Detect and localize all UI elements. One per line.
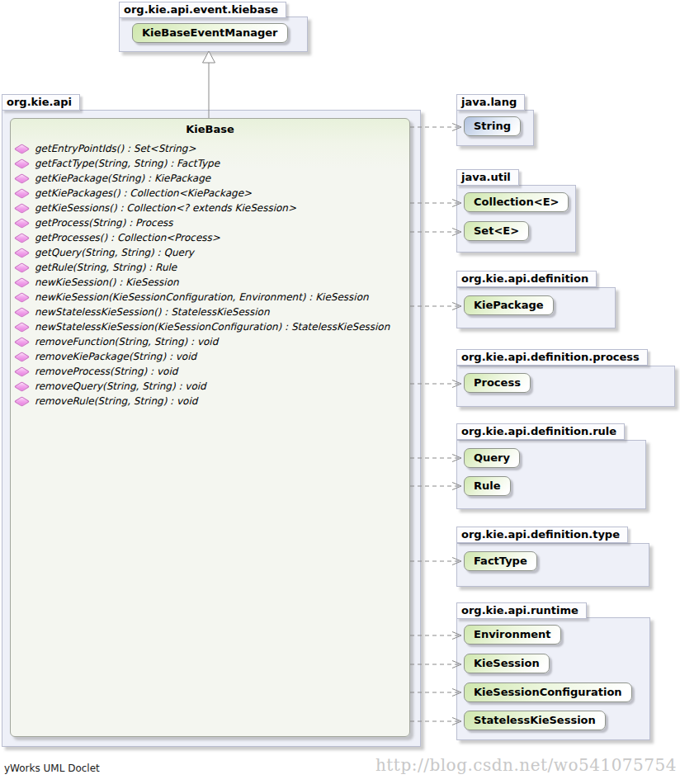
- package-java-lang: java.lang String: [456, 94, 534, 149]
- method-row[interactable]: getFactType(String, String) : FactType: [11, 156, 409, 171]
- method-signature: newStatelessKieSession() : StatelessKieS…: [35, 306, 270, 318]
- method-icon: [14, 218, 30, 228]
- method-icon: [14, 203, 30, 213]
- class-button-facttype[interactable]: FactType: [464, 551, 537, 571]
- method-list: getEntryPointIds() : Set<String> getFact…: [11, 141, 409, 409]
- class-button-set[interactable]: Set<E>: [464, 221, 529, 241]
- package-tab[interactable]: org.kie.api.definition.type: [456, 527, 628, 543]
- package-org-kie-api-definition: org.kie.api.definition KiePackage: [456, 271, 616, 328]
- method-icon: [14, 248, 30, 257]
- method-signature: newStatelessKieSession(KieSessionConfigu…: [35, 321, 390, 333]
- method-row[interactable]: removeQuery(String, String) : void: [11, 379, 409, 394]
- method-row[interactable]: removeFunction(String, String) : void: [11, 334, 409, 349]
- method-signature: getEntryPointIds() : Set<String>: [35, 143, 196, 154]
- package-tab[interactable]: org.kie.api: [2, 94, 80, 111]
- method-signature: getKieSessions() : Collection<? extends …: [35, 202, 296, 214]
- package-org-kie-api-definition-type: org.kie.api.definition.type FactType: [456, 527, 649, 588]
- package-tab[interactable]: org.kie.api.definition: [456, 271, 597, 287]
- method-row[interactable]: getKiePackages() : Collection<KiePackage…: [11, 186, 409, 201]
- package-org-kie-api-definition-rule: org.kie.api.definition.rule Query Rule: [456, 423, 646, 509]
- class-title: KieBase: [11, 119, 409, 135]
- method-signature: newKieSession(KieSessionConfiguration, E…: [35, 291, 369, 303]
- method-signature: removeFunction(String, String) : void: [35, 336, 218, 347]
- method-signature: getKiePackages() : Collection<KiePackage…: [35, 187, 252, 199]
- method-icon: [14, 366, 30, 376]
- method-signature: getProcess(String) : Process: [35, 217, 173, 229]
- class-button-kiebaseeventmanager[interactable]: KieBaseEventManager: [132, 23, 288, 43]
- method-row[interactable]: getProcesses() : Collection<Process>: [11, 230, 409, 245]
- method-row[interactable]: getProcess(String) : Process: [11, 215, 409, 230]
- class-button-kiesession[interactable]: KieSession: [464, 654, 550, 673]
- method-icon: [14, 352, 30, 361]
- method-row[interactable]: getQuery(String, String) : Query: [11, 245, 409, 260]
- package-tab[interactable]: java.lang: [456, 94, 525, 111]
- method-icon: [14, 262, 30, 272]
- method-icon: [14, 337, 30, 347]
- method-row[interactable]: newStatelessKieSession() : StatelessKieS…: [11, 305, 409, 319]
- method-row[interactable]: newKieSession(KieSessionConfiguration, E…: [11, 290, 409, 305]
- method-icon: [14, 158, 30, 168]
- watermark-url: http://blog.csdn.net/wo541075754: [375, 755, 677, 775]
- method-icon: [14, 322, 30, 332]
- method-row[interactable]: newStatelessKieSession(KieSessionConfigu…: [11, 319, 409, 334]
- method-icon: [14, 188, 30, 198]
- method-signature: removeQuery(String, String) : void: [35, 380, 206, 392]
- package-org-kie-api-event-kiebase: org.kie.api.event.kiebase KieBaseEventMa…: [119, 2, 308, 56]
- method-row[interactable]: removeProcess(String) : void: [11, 364, 409, 379]
- class-button-rule[interactable]: Rule: [464, 476, 511, 496]
- method-icon: [14, 277, 30, 287]
- method-icon: [14, 233, 30, 243]
- class-button-string[interactable]: String: [464, 116, 521, 136]
- class-button-query[interactable]: Query: [464, 448, 520, 468]
- method-icon: [14, 381, 30, 391]
- method-icon: [14, 292, 30, 302]
- package-tab[interactable]: java.util: [456, 169, 519, 186]
- package-org-kie-api-runtime: org.kie.api.runtime Environment KieSessi…: [456, 602, 650, 743]
- method-signature: getProcesses() : Collection<Process>: [35, 232, 220, 243]
- package-java-util: java.util Collection<E> Set<E>: [456, 169, 576, 252]
- method-row[interactable]: getKiePackage(String) : KiePackage: [11, 171, 409, 186]
- method-signature: getKiePackage(String) : KiePackage: [35, 172, 210, 184]
- class-button-statelesskiesession[interactable]: StatelessKieSession: [464, 711, 606, 730]
- package-org-kie-api: org.kie.api KieBase getEntryPointIds() :…: [2, 94, 421, 746]
- class-button-environment[interactable]: Environment: [464, 625, 561, 645]
- method-icon: [14, 396, 30, 406]
- class-button-kiesessionconfiguration[interactable]: KieSessionConfiguration: [464, 682, 632, 702]
- package-org-kie-api-definition-process: org.kie.api.definition.process Process: [456, 349, 675, 407]
- package-tab[interactable]: org.kie.api.runtime: [456, 602, 587, 619]
- generator-label: yWorks UML Doclet: [4, 763, 100, 774]
- class-button-collection[interactable]: Collection<E>: [464, 192, 569, 212]
- method-signature: removeRule(String, String) : void: [35, 395, 197, 407]
- method-row[interactable]: getRule(String, String) : Rule: [11, 260, 409, 275]
- method-signature: getRule(String, String) : Rule: [35, 262, 177, 273]
- method-signature: removeProcess(String) : void: [35, 366, 177, 377]
- method-row[interactable]: removeKiePackage(String) : void: [11, 349, 409, 364]
- method-row[interactable]: newKieSession() : KieSession: [11, 275, 409, 290]
- method-signature: removeKiePackage(String) : void: [35, 351, 196, 362]
- method-icon: [14, 173, 30, 183]
- package-tab[interactable]: org.kie.api.definition.rule: [456, 423, 625, 440]
- package-tab[interactable]: org.kie.api.event.kiebase: [119, 2, 286, 18]
- method-signature: newKieSession() : KieSession: [35, 276, 179, 288]
- method-signature: getFactType(String, String) : FactType: [35, 158, 220, 169]
- method-row[interactable]: getKieSessions() : Collection<? extends …: [11, 201, 409, 215]
- method-row[interactable]: getEntryPointIds() : Set<String>: [11, 141, 409, 156]
- class-button-process[interactable]: Process: [464, 373, 531, 393]
- method-icon: [14, 307, 30, 317]
- class-button-kiepackage[interactable]: KiePackage: [464, 295, 554, 315]
- method-row[interactable]: removeRule(String, String) : void: [11, 394, 409, 409]
- method-icon: [14, 144, 30, 153]
- method-signature: getQuery(String, String) : Query: [35, 247, 194, 258]
- class-box-kiebase: KieBase getEntryPointIds() : Set<String>…: [10, 118, 410, 737]
- package-tab[interactable]: org.kie.api.definition.process: [456, 349, 648, 366]
